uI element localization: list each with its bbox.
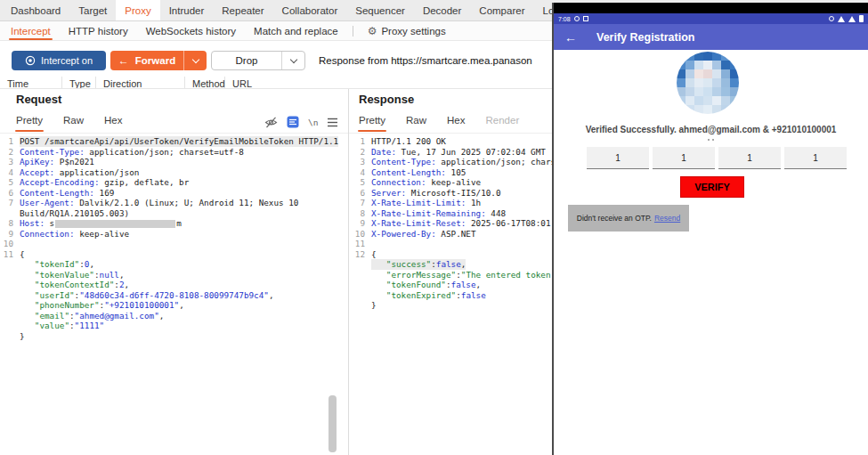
gear-icon: ⚙: [368, 25, 377, 37]
response-tab-pretty[interactable]: Pretty: [359, 115, 385, 131]
line-number: [0, 300, 13, 311]
line-number: 12: [352, 249, 365, 260]
alarm-icon: [574, 16, 580, 21]
verified-text: Verified Successfully. ahmed@gmail.com &…: [554, 125, 868, 134]
panel-divider[interactable]: [348, 89, 349, 455]
code-line: 11{: [0, 249, 348, 260]
main-tab-dashboard[interactable]: Dashboard: [2, 0, 69, 20]
response-tab-render[interactable]: Render: [486, 115, 520, 131]
otp-input-3[interactable]: 1: [718, 147, 781, 169]
line-number: 11: [352, 239, 365, 249]
column-header-direction[interactable]: Direction: [96, 77, 185, 88]
code-line: 9Connection: keep-alive: [0, 229, 348, 240]
line-number: 3: [0, 157, 13, 167]
line-number: [352, 290, 365, 301]
request-editor[interactable]: 1POST /smartcareApi/api/UserToken/Verify…: [0, 136, 348, 341]
status-time: 7:08: [558, 16, 571, 22]
column-header-method[interactable]: Method: [185, 77, 225, 88]
main-tab-intruder[interactable]: Intruder: [160, 0, 214, 20]
line-number: 10: [352, 229, 365, 240]
main-tab-collaborator[interactable]: Collaborator: [273, 0, 347, 20]
intercept-queue-header: TimeTypeDirectionMethodURL: [0, 77, 552, 89]
line-number: [352, 300, 365, 311]
request-tab-pretty[interactable]: Pretty: [16, 115, 43, 131]
line-number: 6: [352, 188, 365, 199]
code-line: 1POST /smartcareApi/api/UserToken/Verify…: [0, 136, 348, 147]
response-tab-hex[interactable]: Hex: [447, 115, 465, 131]
request-scrollbar[interactable]: [329, 395, 337, 452]
forward-button[interactable]: ← Forward: [110, 51, 183, 70]
code-line: 7User-Agent: Dalvik/2.1.0 (Linux; U; And…: [0, 198, 348, 208]
sub-tabs: InterceptHTTP historyWebSockets historyM…: [2, 21, 347, 40]
pretty-print-icon[interactable]: [287, 116, 299, 128]
main-tab-comparer[interactable]: Comparer: [470, 0, 533, 20]
intercept-icon: [25, 55, 36, 66]
intercept-on-button[interactable]: Intercept on: [12, 51, 106, 70]
sub-tab-http-history[interactable]: HTTP history: [60, 21, 137, 40]
drop-button[interactable]: Drop: [212, 52, 281, 69]
resend-link[interactable]: Resend: [654, 214, 680, 223]
line-number: 4: [352, 167, 365, 178]
drop-split-button: Drop: [211, 51, 305, 70]
hamburger-menu-icon[interactable]: [327, 118, 338, 127]
hide-eye-icon[interactable]: [264, 117, 278, 128]
column-header-time[interactable]: Time: [0, 77, 62, 88]
line-number: [352, 280, 365, 290]
verify-button[interactable]: VERIFY: [680, 176, 744, 198]
otp-input-1[interactable]: 1: [587, 147, 649, 169]
response-tab-raw[interactable]: Raw: [406, 115, 426, 131]
main-tab-decoder[interactable]: Decoder: [414, 0, 470, 20]
main-tab-sequencer[interactable]: Sequencer: [346, 0, 414, 20]
otp-input-2[interactable]: 1: [653, 147, 715, 169]
column-header-type[interactable]: Type: [62, 77, 96, 88]
back-arrow-icon[interactable]: ←: [564, 30, 577, 45]
proxy-settings-label: Proxy settings: [381, 26, 445, 37]
line-number: 8: [352, 208, 365, 219]
drop-dropdown-button[interactable]: [281, 52, 304, 69]
request-tab-raw[interactable]: Raw: [63, 115, 84, 131]
chevron-down-icon: [191, 55, 199, 62]
line-number: 10: [0, 239, 13, 249]
line-number: [0, 259, 13, 270]
line-number: 9: [0, 229, 13, 240]
line-number: [352, 259, 365, 270]
dot: [708, 139, 710, 141]
main-tab-repeater[interactable]: Repeater: [213, 0, 272, 20]
line-number: [0, 321, 13, 331]
otp-input-4[interactable]: 1: [784, 147, 847, 169]
forward-split-button: ← Forward: [110, 51, 207, 70]
sub-tab-intercept[interactable]: Intercept: [2, 21, 60, 40]
line-number: 1: [0, 136, 13, 147]
line-number: 7: [352, 198, 365, 208]
android-device-screen: 7:08 ← Verify Registration Verified Succ…: [552, 3, 868, 455]
line-number: 1: [352, 136, 365, 147]
line-number: [0, 331, 13, 342]
line-number: [352, 270, 365, 280]
request-editor-icons: \n: [264, 116, 338, 128]
pixelated-avatar: [677, 52, 739, 114]
main-tab-target[interactable]: Target: [69, 0, 116, 20]
tab-proxy-settings[interactable]: ⚙ Proxy settings: [359, 21, 455, 40]
redaction-box: [55, 220, 175, 228]
sub-tab-divider: [353, 26, 353, 37]
request-tab-hex[interactable]: Hex: [104, 115, 122, 131]
drop-label: Drop: [236, 55, 258, 66]
resend-callout: Didn't receive an OTP. Resend: [568, 205, 689, 232]
main-tab-proxy[interactable]: Proxy: [116, 0, 159, 20]
line-number: 7: [0, 198, 13, 208]
line-number: 6: [0, 188, 13, 199]
newline-toggle-icon[interactable]: \n: [308, 118, 318, 127]
column-header-url[interactable]: URL: [225, 77, 368, 88]
line-number: [0, 270, 13, 280]
sub-tab-match-and-replace[interactable]: Match and replace: [245, 21, 347, 40]
request-tab-bar: PrettyRawHex: [16, 115, 143, 131]
wifi-icon: [838, 16, 845, 22]
notification-icon: [583, 16, 588, 21]
forward-dropdown-button[interactable]: [183, 51, 207, 70]
page-title: Verify Registration: [596, 31, 694, 44]
line-number: 11: [0, 249, 13, 260]
sub-tab-websockets-history[interactable]: WebSockets history: [137, 21, 245, 40]
code-line: "tokenValue":null,: [0, 270, 348, 280]
line-number: 2: [0, 147, 13, 158]
line-number: 5: [352, 177, 365, 188]
